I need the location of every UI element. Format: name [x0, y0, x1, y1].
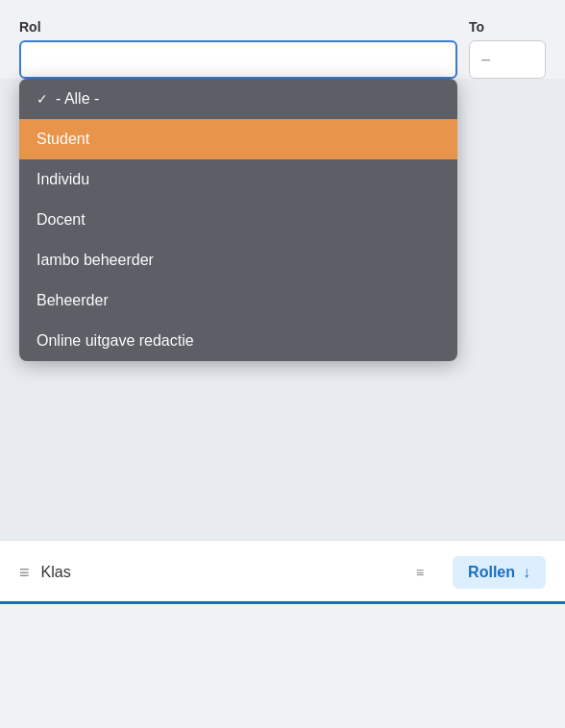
filter-section: Rol ✓ - Alle - Student Individu Docent [0, 0, 565, 79]
dropdown-item-docent[interactable]: Docent [19, 200, 457, 240]
to-input-box[interactable]: – [469, 40, 546, 79]
active-column-indicator [0, 601, 565, 604]
filter-row: Rol ✓ - Alle - Student Individu Docent [0, 19, 565, 79]
table-header-row: ≡ Klas ≡ Rollen ↓ [0, 540, 565, 604]
table-header-container: ≡ Klas ≡ Rollen ↓ [0, 540, 565, 604]
rol-dropdown-trigger[interactable] [19, 40, 457, 79]
dropdown-item-student[interactable]: Student [19, 119, 457, 159]
klas-sort-icon[interactable]: ≡ [416, 565, 424, 580]
dropdown-iambo-label: Iambo beheerder [37, 252, 154, 268]
dropdown-item-beheerder[interactable]: Beheerder [19, 280, 457, 321]
checkmark-icon: ✓ [37, 91, 48, 107]
dropdown-beheerder-label: Beheerder [37, 292, 109, 308]
dropdown-docent-label: Docent [37, 211, 86, 228]
dropdown-item-individu[interactable]: Individu [19, 159, 457, 200]
dropdown-all-label: - Alle - [56, 90, 99, 108]
rollen-sort-icon[interactable]: ↓ [523, 564, 530, 581]
dropdown-item-iambo[interactable]: Iambo beheerder [19, 240, 457, 280]
dropdown-item-online[interactable]: Online uitgave redactie [19, 321, 457, 361]
rol-label: Rol [19, 19, 457, 35]
klas-menu-icon[interactable]: ≡ [19, 563, 30, 583]
to-dash: – [481, 51, 490, 68]
dropdown-student-label: Student [37, 131, 89, 147]
klas-column-label: Klas [41, 564, 416, 581]
dropdown-online-label: Online uitgave redactie [37, 332, 194, 349]
rol-filter-group: Rol ✓ - Alle - Student Individu Docent [19, 19, 457, 79]
rollen-label-text: Rollen [468, 564, 515, 581]
to-label: To [469, 19, 546, 35]
dropdown-individu-label: Individu [37, 171, 89, 187]
dropdown-item-all[interactable]: ✓ - Alle - [19, 79, 457, 119]
rollen-column-label: Rollen ↓ [453, 556, 546, 589]
to-filter-group: To – [469, 19, 546, 79]
rol-dropdown-menu: ✓ - Alle - Student Individu Docent Iambo… [19, 79, 457, 361]
